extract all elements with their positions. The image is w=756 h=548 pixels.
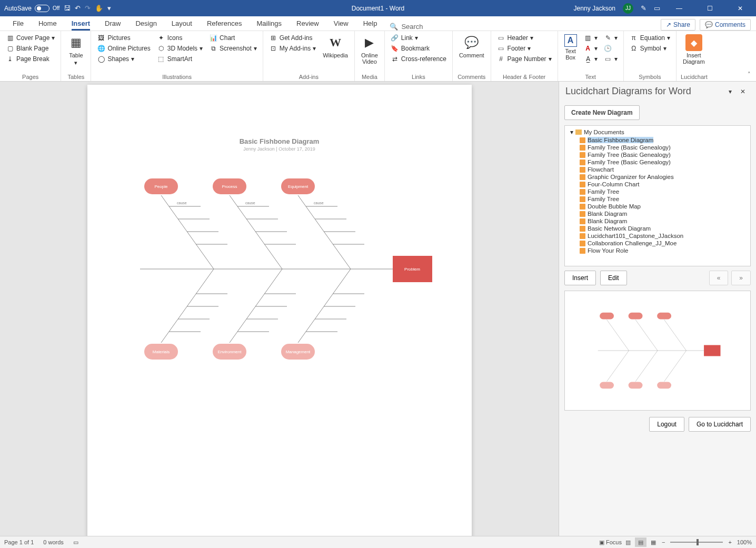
tree-item[interactable]: Family Tree (Basic Genealogy) [568,144,747,151]
collapse-ribbon-button[interactable]: ˄ [742,68,756,81]
online-pictures-button[interactable]: 🌐Online Pictures [95,44,152,53]
zoom-slider[interactable] [670,542,723,543]
tab-draw[interactable]: Draw [97,17,128,31]
edit-button[interactable]: Edit [600,271,627,285]
qat-dropdown-icon[interactable]: ▾ [107,4,111,12]
cover-page-button[interactable]: ▥Cover Page ▾ [4,33,56,43]
online-video-button[interactable]: ▶Online Video [359,33,380,66]
icons-button[interactable]: ✦Icons [155,33,204,43]
save-icon[interactable]: 🖫 [64,4,71,12]
print-layout-button[interactable]: ▤ [635,537,646,547]
pagenum-button[interactable]: #Page Number ▾ [495,54,553,64]
quickparts-button[interactable]: ▥▾ [582,33,599,43]
signature-button[interactable]: ✎▾ [602,33,619,43]
spellcheck-icon[interactable]: ▭ [73,539,78,546]
tree-item[interactable]: Four-Column Chart [568,181,747,188]
avatar[interactable]: JJ [623,3,633,14]
datetime-button[interactable]: 🕒 [602,44,619,53]
tab-layout[interactable]: Layout [164,17,200,31]
page-break-button[interactable]: ⤓Page Break [4,54,56,64]
wikipedia-button[interactable]: WWikipedia [321,33,350,59]
smartart-button[interactable]: ⬚SmartArt [155,54,204,64]
create-diagram-button[interactable]: Create New Diagram [564,105,640,120]
comment-button[interactable]: 💬Comment [457,33,486,59]
autosave-toggle[interactable]: AutoSave Off [4,5,59,12]
panel-close-icon[interactable]: ✕ [736,88,750,95]
zoom-level[interactable]: 100% [737,539,752,545]
tree-item[interactable]: Lucidchart101_Capstone_JJackson [568,232,747,240]
word-count[interactable]: 0 words [43,539,64,545]
insert-diagram-button[interactable]: ◆Insert Diagram [681,33,707,66]
tab-mailings[interactable]: Mailings [249,17,289,31]
equation-button[interactable]: πEquation ▾ [628,33,672,43]
ribbon-display-icon[interactable]: ▭ [654,4,660,12]
link-button[interactable]: 🔗Link ▾ [389,33,448,43]
tree-item[interactable]: Flow Your Role [568,247,747,254]
wordart-button[interactable]: A▾ [582,44,599,53]
undo-icon[interactable]: ↶ [75,4,81,12]
focus-icon[interactable]: ▣ [599,539,604,546]
tab-insert[interactable]: Insert [64,17,97,31]
read-mode-button[interactable]: ▥ [622,537,634,547]
tab-view[interactable]: View [326,17,356,31]
next-page-button[interactable]: » [731,271,751,285]
zoom-in-button[interactable]: + [728,539,731,545]
shapes-button[interactable]: ◯Shapes ▾ [95,54,152,64]
web-layout-button[interactable]: ▦ [648,537,659,547]
tree-item[interactable]: Family Tree [568,188,747,195]
comments-button[interactable]: 💬Comments [700,19,751,31]
touch-icon[interactable]: ✋ [95,4,103,12]
search-box[interactable]: 🔍 Search [384,23,428,31]
dropcap-button[interactable]: A̲▾ [582,54,599,64]
user-name[interactable]: Jenny Jackson [574,5,615,12]
tree-item[interactable]: Basic Network Diagram [568,225,747,232]
tab-design[interactable]: Design [128,17,164,31]
blank-page-button[interactable]: ▢Blank Page [4,44,56,53]
tree-item[interactable]: Double Bubble Map [568,203,747,210]
logout-button[interactable]: Logout [649,417,684,432]
bookmark-button[interactable]: 🔖Bookmark [389,44,448,53]
prev-page-button[interactable]: « [709,271,729,285]
tree-root[interactable]: ▾My Documents [568,128,747,136]
chart-button[interactable]: 📊Chart [207,33,258,43]
pictures-button[interactable]: 🖼Pictures [95,33,152,43]
tree-item[interactable]: Basic Fishbone Diagram [568,136,747,144]
close-button[interactable]: ✕ [729,0,752,16]
tree-item[interactable]: Collaboration Challenge_JJ_Moe [568,240,747,247]
goto-lucidchart-button[interactable]: Go to Lucidchart [689,417,751,432]
tree-item[interactable]: Family Tree (Basic Genealogy) [568,158,747,166]
my-addins-button[interactable]: ⊡My Add-ins ▾ [267,44,317,53]
tab-help[interactable]: Help [356,17,385,31]
tree-item[interactable]: Family Tree [568,195,747,203]
crossref-button[interactable]: ⇄Cross-reference [389,54,448,64]
document-canvas[interactable]: Basic Fishbone Diagram Jenny Jackson | O… [0,82,559,536]
textbox-button[interactable]: AText Box [562,33,579,62]
screenshot-button[interactable]: ⧉Screenshot ▾ [207,44,258,53]
header-button[interactable]: ▭Header ▾ [495,33,553,43]
3d-models-button[interactable]: ⬡3D Models ▾ [155,44,204,53]
tree-item[interactable]: Blank Diagram [568,217,747,225]
coming-soon-icon[interactable]: ✎ [641,4,646,12]
share-button[interactable]: ↗Share [661,19,695,31]
minimize-button[interactable]: — [668,0,691,16]
panel-menu-icon[interactable]: ▾ [724,88,736,95]
table-button[interactable]: ▦Table▾ [65,33,86,67]
tab-review[interactable]: Review [289,17,326,31]
tab-file[interactable]: File [5,17,31,31]
get-addins-button[interactable]: ⊞Get Add-ins [267,33,317,43]
focus-label[interactable]: Focus [606,539,622,545]
tree-item[interactable]: Family Tree (Basic Genealogy) [568,151,747,158]
footer-button[interactable]: ▭Footer ▾ [495,44,553,53]
symbol-button[interactable]: ΩSymbol ▾ [628,44,672,53]
insert-button[interactable]: Insert [564,271,596,285]
tree-item[interactable]: Blank Diagram [568,210,747,217]
redo-icon[interactable]: ↷ [85,4,91,12]
tab-references[interactable]: References [200,17,249,31]
object-button[interactable]: ▭▾ [602,54,619,64]
maximize-button[interactable]: ☐ [698,0,721,16]
document-tree[interactable]: ▾My Documents Basic Fishbone DiagramFami… [564,125,751,266]
page-indicator[interactable]: Page 1 of 1 [4,539,34,545]
tree-item[interactable]: Flowchart [568,166,747,173]
zoom-out-button[interactable]: − [662,539,665,545]
tree-item[interactable]: Graphic Organizer for Analogies [568,173,747,181]
